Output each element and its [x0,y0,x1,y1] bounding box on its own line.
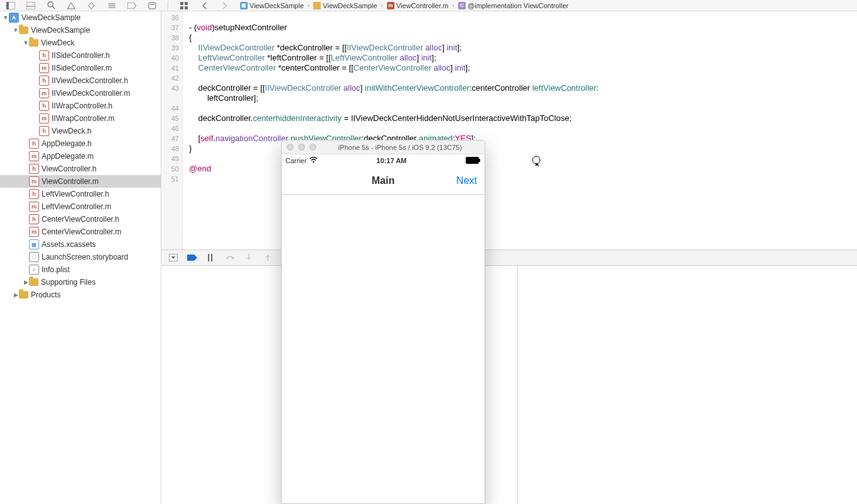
nav-title: Main [372,175,394,186]
m-icon: m [39,88,49,98]
debug-stepout-icon[interactable] [261,252,275,263]
nav-item-label: ViewDeck [41,38,74,47]
nav-item[interactable]: mIISideController.m [0,62,161,74]
nav-item[interactable]: hIIWrapController.h [0,100,161,112]
nav-item[interactable]: Products [0,289,161,301]
nav-item-label: LaunchScreen.storyboard [42,253,128,261]
debug-stepover-icon[interactable] [223,252,237,263]
toolbar-grid-icon[interactable] [178,1,190,10]
toolbar-search-icon[interactable] [45,1,57,10]
nav-item[interactable]: mViewController.m [0,175,161,188]
nav-back-icon[interactable] [198,1,210,10]
toolbar-related-icon[interactable] [25,1,37,10]
nav-item[interactable]: hViewController.h [0,163,161,175]
nav-item-label: Assets.xcassets [42,240,96,249]
xcode-toolbar: ▣ViewDeckSample›ViewDeckSample›mViewCont… [0,0,857,11]
nav-item[interactable]: ▦Assets.xcassets [0,238,161,251]
nav-item-label: CenterViewController.m [42,227,122,236]
disclosure-icon[interactable] [23,279,29,285]
nav-item-label: LeftViewController.h [42,190,109,198]
wifi-icon [309,157,318,164]
nav-item[interactable]: ViewDeck [0,37,161,49]
m-icon: m [39,113,49,123]
nav-next-button[interactable]: Next [456,175,477,186]
project-navigator[interactable]: AViewDeckSampleViewDeckSampleViewDeckhII… [0,11,161,504]
simulator-title: iPhone 5s - iPhone 5s / iOS 9.2 (13C75) [321,144,480,151]
nav-item-label: ViewController.h [42,164,96,173]
toolbar-breakpoints-icon[interactable] [126,1,137,10]
debug-bar [161,249,857,266]
disclosure-icon[interactable] [13,292,19,298]
toolbar-toggle-left-icon[interactable] [5,1,16,10]
svg-rect-1 [6,2,9,9]
minimize-icon[interactable] [298,144,305,151]
nav-forward-icon[interactable] [219,1,230,10]
simulator-titlebar[interactable]: iPhone 5s - iPhone 5s / iOS 9.2 (13C75) [282,140,485,154]
debug-continue-icon[interactable] [204,252,218,263]
toolbar-issues-icon[interactable] [66,1,77,10]
sb-icon: □ [29,252,39,262]
debug-stepin-icon[interactable] [242,252,256,263]
toolbar-report-icon[interactable] [146,1,158,10]
nav-item-label: IIWrapController.m [52,114,115,123]
nav-item[interactable]: AViewDeckSample [0,11,161,24]
close-icon[interactable] [287,144,294,151]
nav-item-label: IISideController.m [52,64,112,72]
toolbar-tests-icon[interactable] [86,1,97,10]
jump-segment[interactable]: ▣ViewDeckSample [239,2,305,9]
debug-hide-icon[interactable] [166,252,180,263]
breakpoint-toggle-icon[interactable] [185,252,199,263]
nav-item[interactable]: □LaunchScreen.storyboard [0,251,161,263]
nav-item[interactable]: ViewDeckSample [0,24,161,37]
h-icon: h [39,76,49,86]
nav-item[interactable]: mIIViewDeckController.m [0,87,161,100]
nav-item-label: IIWrapController.h [52,101,113,110]
nav-item[interactable]: mLeftViewController.m [0,200,161,213]
nav-item-label: CenterViewController.h [42,215,119,224]
window-traffic-lights[interactable] [287,144,316,151]
folder-icon [19,291,28,299]
jump-segment[interactable]: C@implementation ViewController [457,2,570,9]
disclosure-icon[interactable] [3,14,9,21]
nav-item[interactable]: hIISideController.h [0,49,161,62]
zoom-icon[interactable] [309,144,316,151]
status-time: 10:17 AM [376,157,406,164]
nav-item-label: IIViewDeckController.h [52,76,128,85]
plist-icon: ≡ [29,265,39,275]
m-icon: m [29,202,39,212]
file-type-icon [313,2,321,9]
nav-item[interactable]: ≡Info.plist [0,263,161,276]
nav-item[interactable]: mIIWrapController.m [0,112,161,125]
disclosure-icon[interactable] [23,40,29,46]
jump-bar[interactable]: ▣ViewDeckSample›ViewDeckSample›mViewCont… [239,2,570,9]
m-icon: m [39,63,49,73]
nav-item-label: AppDelegate.m [42,152,94,161]
h-icon: h [29,189,39,199]
nav-item[interactable]: mCenterViewController.m [0,226,161,238]
nav-item[interactable]: hLeftViewController.h [0,188,161,200]
h-icon: h [29,164,39,174]
folder-icon [19,26,28,34]
svg-point-20 [313,161,314,163]
disclosure-icon[interactable] [13,27,19,33]
line-gutter: 36373839404142434445464748495051 [161,11,183,249]
nav-item-label: IIViewDeckController.m [52,89,130,98]
nav-item[interactable]: Supporting Files [0,276,161,289]
proj-icon: A [9,13,19,23]
nav-item[interactable]: hAppDelegate.h [0,137,161,150]
console-pane[interactable] [518,266,857,504]
h-icon: h [39,101,49,111]
nav-item[interactable]: hCenterViewController.h [0,213,161,226]
svg-rect-9 [149,3,156,9]
toolbar-debug-icon[interactable] [106,1,117,10]
nav-item[interactable]: hIIViewDeckController.h [0,74,161,87]
nav-item[interactable]: mAppDelegate.m [0,150,161,163]
ios-simulator-window[interactable]: iPhone 5s - iPhone 5s / iOS 9.2 (13C75) … [281,140,485,504]
nav-item-label: ViewDeckSample [21,13,81,22]
nav-item[interactable]: hViewDeck.h [0,125,161,137]
asset-icon: ▦ [29,239,39,249]
svg-rect-12 [185,2,188,5]
jump-segment[interactable]: ViewDeckSample [312,2,378,9]
svg-line-5 [52,6,55,9]
jump-segment[interactable]: mViewController.m [386,2,450,9]
